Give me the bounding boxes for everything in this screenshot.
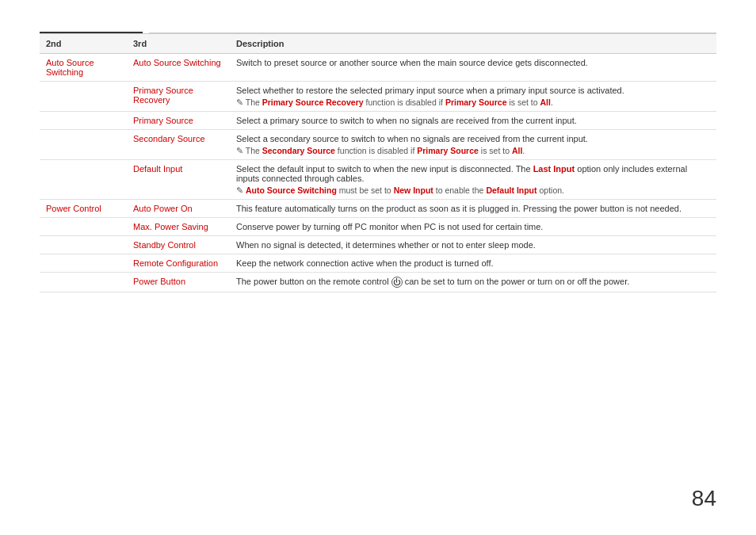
subcategory-cell: Auto Source Switching — [127, 54, 230, 82]
desc-text: Select a secondary source to switch to w… — [236, 134, 588, 143]
desc-text: This feature automatically turns on the … — [236, 204, 682, 213]
subcategory-cell: Max. Power Saving — [127, 218, 230, 236]
desc-text: Switch to preset source or another sourc… — [236, 58, 588, 67]
desc-power-text: The power button on the remote control ⏻… — [236, 277, 629, 286]
description-cell: The power button on the remote control ⏻… — [230, 273, 716, 292]
description-cell: Keep the network connection active when … — [230, 254, 716, 273]
table-row: Secondary SourceSelect a secondary sourc… — [40, 130, 716, 160]
category-cell: Auto Source Switching — [40, 54, 127, 82]
subcategory-cell: Remote Configuration — [127, 254, 230, 273]
desc-text: Select whether to restore the selected p… — [236, 86, 624, 95]
content-table: 2nd 3rd Description Auto Source Switchin… — [40, 33, 716, 292]
col-header-desc: Description — [230, 34, 716, 54]
category-cell — [40, 112, 127, 130]
power-icon: ⏻ — [391, 277, 403, 288]
table-row: Standby ControlWhen no signal is detecte… — [40, 236, 716, 254]
page-container: 2nd 3rd Description Auto Source Switchin… — [0, 0, 756, 324]
description-cell: When no signal is detected, it determine… — [230, 236, 716, 254]
description-cell: Switch to preset source or another sourc… — [230, 54, 716, 82]
col-header-3rd: 3rd — [127, 34, 230, 54]
description-cell: Select a primary source to switch to whe… — [230, 112, 716, 130]
table-row: Remote ConfigurationKeep the network con… — [40, 254, 716, 273]
desc-text: Select a primary source to switch to whe… — [236, 116, 577, 125]
category-cell — [40, 218, 127, 236]
category-cell — [40, 254, 127, 273]
table-header-row: 2nd 3rd Description — [40, 34, 716, 54]
table-row: Primary SourceSelect a primary source to… — [40, 112, 716, 130]
table-row: Default InputSelect the default input to… — [40, 160, 716, 200]
subcategory-cell: Secondary Source — [127, 130, 230, 160]
description-cell: Select whether to restore the selected p… — [230, 82, 716, 112]
note-text: ✎ Auto Source Switching must be set to N… — [236, 185, 710, 195]
long-rule — [149, 32, 716, 33]
description-cell: Select the default input to switch to wh… — [230, 160, 716, 200]
table-row: Power ControlAuto Power OnThis feature a… — [40, 200, 716, 218]
subcategory-cell: Primary Source — [127, 112, 230, 130]
subcategory-cell: Primary Source Recovery — [127, 82, 230, 112]
page-number: 84 — [692, 486, 716, 511]
desc-text: Keep the network connection active when … — [236, 258, 494, 268]
subcategory-cell: Standby Control — [127, 236, 230, 254]
category-cell — [40, 82, 127, 112]
short-rule — [40, 32, 143, 33]
description-cell: This feature automatically turns on the … — [230, 200, 716, 218]
desc-text: When no signal is detected, it determine… — [236, 240, 536, 250]
desc-text-mixed: Select the default input to switch to wh… — [236, 164, 687, 183]
subcategory-cell: Default Input — [127, 160, 230, 200]
subcategory-cell: Auto Power On — [127, 200, 230, 218]
category-cell — [40, 273, 127, 292]
note-text: ✎ The Primary Source Recovery function i… — [236, 97, 710, 107]
table-row: Power ButtonThe power button on the remo… — [40, 273, 716, 292]
description-cell: Conserve power by turning off PC monitor… — [230, 218, 716, 236]
table-row: Max. Power SavingConserve power by turni… — [40, 218, 716, 236]
note-text: ✎ The Secondary Source function is disab… — [236, 146, 710, 155]
table-row: Auto Source SwitchingAuto Source Switchi… — [40, 54, 716, 82]
desc-text: Conserve power by turning off PC monitor… — [236, 222, 543, 231]
subcategory-cell: Power Button — [127, 273, 230, 292]
category-cell — [40, 236, 127, 254]
category-cell — [40, 160, 127, 200]
category-cell: Power Control — [40, 200, 127, 218]
category-cell — [40, 130, 127, 160]
col-header-2nd: 2nd — [40, 34, 127, 54]
description-cell: Select a secondary source to switch to w… — [230, 130, 716, 160]
table-row: Primary Source RecoverySelect whether to… — [40, 82, 716, 112]
